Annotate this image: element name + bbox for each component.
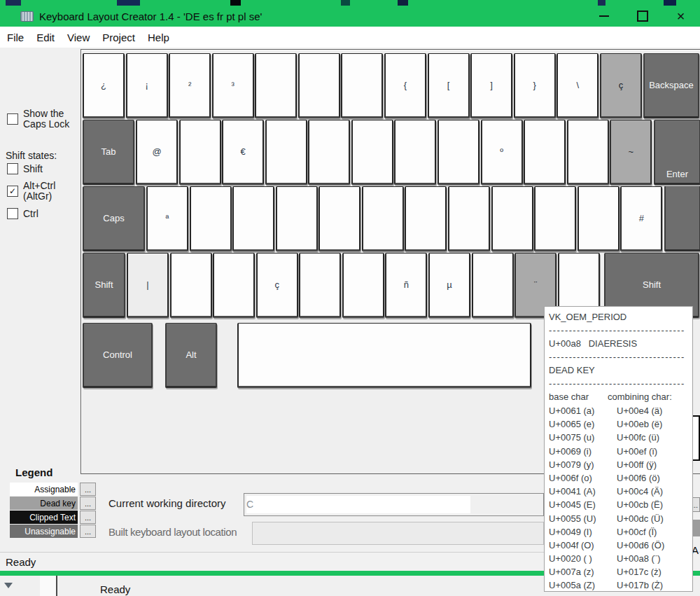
checkbox-row-ctrl[interactable]: Ctrl: [7, 208, 77, 219]
key-blank-3-6[interactable]: [342, 253, 384, 318]
key-\[interactable]: \: [556, 53, 598, 118]
legend-color-button[interactable]: ...: [80, 511, 96, 524]
shift-states-label: Shift states:: [6, 150, 57, 161]
key-blank-1-11[interactable]: [567, 120, 609, 185]
minimize-button[interactable]: [584, 6, 623, 27]
legend-color-button[interactable]: ...: [80, 497, 96, 510]
key-blank-1-6[interactable]: [351, 120, 393, 185]
checkbox[interactable]: ✓: [7, 186, 18, 197]
key-€[interactable]: €: [222, 120, 264, 185]
legend-clipped-text: Clipped Text: [10, 511, 78, 524]
menu-help[interactable]: Help: [148, 32, 169, 43]
legend-color-button[interactable]: ...: [80, 525, 96, 538]
key-blank-2-9[interactable]: [491, 186, 533, 251]
key-}[interactable]: }: [514, 53, 556, 118]
key-alt[interactable]: Alt: [165, 323, 217, 388]
maximize-button[interactable]: [623, 6, 662, 27]
checkbox[interactable]: [7, 208, 18, 219]
cwd-input[interactable]: C: [244, 493, 544, 516]
show-caps-checkbox-row[interactable]: Show the Caps Lock: [7, 109, 77, 130]
key-ç[interactable]: ç: [600, 53, 642, 118]
combining-char: U+00fc (ü): [617, 431, 659, 444]
key-blank-0-4[interactable]: [255, 53, 297, 118]
checkbox-label: Alt+Ctrl (AltGr): [23, 181, 68, 202]
minimize-icon: [599, 15, 609, 17]
key-ñ[interactable]: ñ: [385, 253, 427, 318]
key-blank-0-5[interactable]: [298, 53, 340, 118]
menu-view[interactable]: View: [67, 32, 90, 43]
built-location-label: Built keyboard layout location: [108, 526, 237, 538]
base-char: U+0020 ( ): [549, 552, 617, 565]
key-enter[interactable]: Enter: [654, 120, 700, 185]
key-shift[interactable]: Shift: [83, 253, 125, 318]
combining-char: U+00cf (Ï): [617, 525, 657, 539]
key-²[interactable]: ²: [169, 53, 211, 118]
key-blank-2-11[interactable]: [578, 186, 620, 251]
key-blank-1-7[interactable]: [394, 120, 436, 185]
combining-char: U+00ff (ÿ): [617, 458, 657, 471]
key-|[interactable]: |: [127, 253, 169, 318]
key-¿[interactable]: ¿: [83, 53, 125, 118]
key-blank-3-5[interactable]: [299, 253, 341, 318]
deadkey-mapping-row: U+007a (z)U+017c (ż): [549, 565, 692, 578]
checkbox-row-shift[interactable]: Shift: [7, 163, 77, 174]
combining-char: U+00c4 (Ä): [617, 485, 663, 498]
menu-edit[interactable]: Edit: [36, 32, 55, 43]
checkbox-row-alt-ctrl-altgr-[interactable]: ✓Alt+Ctrl (AltGr): [7, 181, 77, 202]
key-tab[interactable]: Tab: [83, 120, 134, 185]
key-³[interactable]: ³: [212, 53, 254, 118]
key-blank-1-8[interactable]: [438, 120, 479, 185]
key-ç[interactable]: ç: [256, 253, 298, 318]
key-~[interactable]: ~: [610, 120, 652, 185]
key-¡[interactable]: ¡: [126, 53, 168, 118]
key-µ[interactable]: µ: [428, 253, 470, 318]
key-{[interactable]: {: [384, 53, 426, 118]
dropdown-arrow-icon[interactable]: [4, 583, 13, 588]
key-enter-lower[interactable]: [664, 186, 700, 251]
key-blank-3-3[interactable]: [213, 253, 255, 318]
key-blank-3-2[interactable]: [170, 253, 212, 318]
combining-char: U+00eb (ë): [617, 417, 662, 431]
key-blank-2-4[interactable]: [276, 186, 318, 251]
base-char: U+0075 (u): [549, 431, 617, 444]
key-blank-2-2[interactable]: [190, 186, 232, 251]
key-@[interactable]: @: [136, 120, 178, 185]
show-caps-checkbox[interactable]: [7, 113, 18, 125]
key-blank-2-5[interactable]: [318, 186, 360, 251]
key-control[interactable]: Control: [83, 323, 153, 388]
checkbox[interactable]: [7, 163, 18, 174]
key-blank-2-8[interactable]: [448, 186, 490, 251]
key-backspace[interactable]: Backspace: [643, 53, 699, 118]
deadkey-mapping-row: U+0045 (E)U+00cb (Ë): [549, 498, 692, 511]
key-#[interactable]: #: [620, 186, 662, 251]
desktop-fragment: [398, 0, 408, 6]
key-blank-1-2[interactable]: [179, 120, 221, 185]
key-blank-2-3[interactable]: [232, 186, 274, 251]
key-blank-0-6[interactable]: [341, 53, 383, 118]
side-panel: Show the Caps Lock Shift states: Shift✓A…: [0, 49, 80, 469]
deadkey-mapping-row: U+0075 (u)U+00fc (ü): [549, 431, 692, 444]
key-caps[interactable]: Caps: [83, 186, 145, 251]
combining-char: U+00cb (Ë): [617, 498, 663, 511]
key-blank-1-4[interactable]: [265, 120, 307, 185]
menu-project[interactable]: Project: [102, 32, 135, 43]
key-][interactable]: ]: [470, 53, 512, 118]
key-blank-1-10[interactable]: [524, 120, 566, 185]
base-char: U+0065 (e): [549, 417, 617, 431]
legend-dead-key: Dead key: [10, 497, 78, 510]
key-ª[interactable]: ª: [146, 186, 188, 251]
key-blank-2-10[interactable]: [534, 186, 576, 251]
key-º[interactable]: º: [481, 120, 523, 185]
key-[[interactable]: [: [428, 53, 470, 118]
key-blank-3-9[interactable]: [472, 253, 514, 318]
background-column: [40, 576, 56, 596]
desktop-top-strip: [0, 0, 700, 6]
key-blank-2-6[interactable]: [362, 186, 404, 251]
close-button[interactable]: ×: [662, 6, 700, 27]
deadkey-mapping-row: U+004f (O)U+00d6 (Ö): [549, 539, 692, 552]
legend-color-button[interactable]: ...: [80, 483, 96, 496]
key-blank-2-7[interactable]: [405, 186, 447, 251]
key-blank-1-5[interactable]: [308, 120, 350, 185]
menu-file[interactable]: File: [7, 32, 24, 43]
key-blank-4-2[interactable]: [237, 323, 531, 388]
